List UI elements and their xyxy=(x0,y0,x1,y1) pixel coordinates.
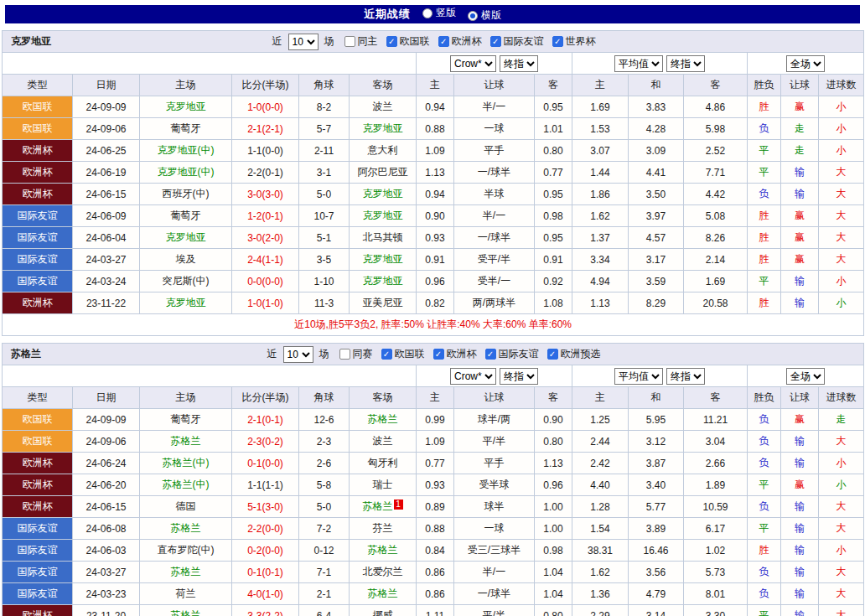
odds-mode-select[interactable]: 终指 xyxy=(500,55,538,72)
handicap-line: 一/球半 xyxy=(454,227,535,249)
handicap-home-odds: 1.11 xyxy=(417,605,454,616)
match-date: 23-11-22 xyxy=(73,292,140,314)
handicap-line: 球半 xyxy=(454,496,535,518)
home-team: 荷兰 xyxy=(140,583,232,605)
column-header: 主场 xyxy=(140,387,232,409)
avg-draw-odds: 3.40 xyxy=(629,474,684,496)
avg-home-odds: 1.28 xyxy=(572,496,629,518)
home-team: 苏格兰 xyxy=(140,431,232,453)
match-row: 欧洲杯24-06-25克罗地亚(中)1-1(0-0)2-11意大利1.09平手0… xyxy=(3,140,864,162)
scope-select[interactable]: 全场 xyxy=(786,368,825,385)
same-filter-checkbox[interactable]: 同主 xyxy=(344,34,378,49)
handicap-away-odds: 0.91 xyxy=(535,249,572,271)
match-type-badge: 欧国联 xyxy=(3,118,73,140)
average-source-select[interactable]: 平均值 xyxy=(614,55,663,72)
results-table: 苏格兰近10场同赛✓欧国联✓欧洲杯✓国际友谊✓欧洲预选Crow*终指平均值终指全… xyxy=(2,343,864,616)
away-team-name: 苏格兰 xyxy=(368,544,398,556)
match-row: 国际友谊24-06-04克罗地亚3-0(2-0)5-1北马其顿0.93一/球半0… xyxy=(3,227,864,249)
away-team: 苏格兰 xyxy=(350,409,417,431)
average-source-select[interactable]: 平均值 xyxy=(614,368,663,385)
score: 0-0(0-0) xyxy=(232,271,299,292)
result-goals: 大 xyxy=(819,583,864,605)
away-team: 挪威 xyxy=(350,605,417,616)
avg-away-odds: 4.86 xyxy=(684,96,748,118)
column-header: 进球数 xyxy=(819,75,864,96)
layout-radio-vertical[interactable]: 竖版 xyxy=(422,6,456,20)
league-filter-checkbox[interactable]: ✓国际友谊 xyxy=(490,34,544,49)
result-handicap: 输 xyxy=(781,431,819,453)
match-row: 欧洲杯23-11-22克罗地亚1-0(1-0)11-3亚美尼亚0.82两/两球半… xyxy=(3,292,864,314)
avg-draw-odds: 3.97 xyxy=(629,205,684,227)
away-team-name: 克罗地亚 xyxy=(363,210,403,221)
radio-icon xyxy=(422,8,432,18)
handicap-away-odds: 0.95 xyxy=(535,96,572,118)
checkbox-label: 世界杯 xyxy=(566,34,596,49)
league-filter-checkbox[interactable]: ✓欧洲预选 xyxy=(547,347,601,361)
average-odds-select-cell: 平均值终指 xyxy=(572,365,748,387)
blank-cell xyxy=(3,365,417,387)
handicap-home-odds: 0.88 xyxy=(417,518,454,540)
column-header: 角球 xyxy=(299,75,350,96)
column-header: 客场 xyxy=(350,387,417,409)
average-mode-select[interactable]: 终指 xyxy=(666,55,705,72)
average-mode-select[interactable]: 终指 xyxy=(666,368,705,385)
result-goals: 大 xyxy=(819,605,864,616)
topbar: 近期战绩 竖版横版 xyxy=(5,5,860,23)
match-date: 24-09-09 xyxy=(73,409,140,431)
away-team: 苏格兰1 xyxy=(350,496,417,518)
avg-home-odds: 2.29 xyxy=(572,605,629,616)
league-filter-checkbox[interactable]: ✓欧洲杯 xyxy=(438,34,482,49)
checkbox-label: 同主 xyxy=(358,34,378,49)
odds-source-select[interactable]: Crow* xyxy=(450,55,496,72)
same-filter-checkbox[interactable]: 同赛 xyxy=(339,347,373,361)
checkbox-label: 同赛 xyxy=(353,347,373,361)
avg-draw-odds: 3.59 xyxy=(629,271,684,292)
avg-draw-odds: 3.12 xyxy=(629,431,684,453)
games-count-select[interactable]: 10 xyxy=(288,34,319,50)
blank-cell xyxy=(3,53,417,75)
odds-mode-select[interactable]: 终指 xyxy=(500,368,538,385)
handicap-away-odds: 0.80 xyxy=(535,605,572,616)
away-team-name: 北马其顿 xyxy=(363,231,403,243)
section-header: 苏格兰近10场同赛✓欧国联✓欧洲杯✓国际友谊✓欧洲预选 xyxy=(4,344,862,365)
avg-home-odds: 4.40 xyxy=(572,474,629,496)
avg-away-odds: 2.14 xyxy=(684,249,748,271)
home-team: 克罗地亚(中) xyxy=(140,162,232,184)
corners: 2-1 xyxy=(299,583,350,605)
checkbox-label: 欧国联 xyxy=(400,34,430,49)
avg-away-odds: 11.21 xyxy=(684,409,748,431)
games-count-select[interactable]: 10 xyxy=(283,346,313,363)
league-filter-checkbox[interactable]: ✓欧国联 xyxy=(386,34,430,49)
handicap-line: 平手 xyxy=(454,453,535,474)
handicap-line: 平/半 xyxy=(454,605,535,616)
match-date: 24-03-23 xyxy=(73,583,140,605)
result-win-loss: 平 xyxy=(748,140,781,162)
away-team-name: 北爱尔兰 xyxy=(363,566,403,577)
match-type-badge: 国际友谊 xyxy=(3,562,73,583)
handicap-home-odds: 1.09 xyxy=(417,431,454,453)
avg-away-odds: 5.73 xyxy=(684,562,748,583)
checkbox-checked-icon: ✓ xyxy=(490,36,501,47)
layout-radio-horizontal[interactable]: 横版 xyxy=(468,8,501,23)
league-filter-checkbox[interactable]: ✓欧国联 xyxy=(381,347,425,361)
result-goals: 小 xyxy=(819,140,864,162)
column-header: 日期 xyxy=(73,387,140,409)
away-team: 克罗地亚 xyxy=(350,184,417,205)
handicap-away-odds: 0.98 xyxy=(535,540,572,562)
league-filter-checkbox[interactable]: ✓国际友谊 xyxy=(485,347,539,361)
column-header-row: 类型日期主场比分(半场)角球客场主让球客主和客胜负让球进球数 xyxy=(3,387,864,409)
result-handicap: 赢 xyxy=(781,205,819,227)
avg-draw-odds: 16.46 xyxy=(629,540,684,562)
match-type-badge: 欧洲杯 xyxy=(3,453,73,474)
match-row: 欧洲杯24-06-15德国5-1(3-0)5-0苏格兰10.89球半1.001.… xyxy=(3,496,864,518)
score: 1-0(0-0) xyxy=(232,96,299,118)
handicap-home-odds: 0.82 xyxy=(417,292,454,314)
league-filter-checkbox[interactable]: ✓世界杯 xyxy=(552,34,596,49)
avg-home-odds: 1.53 xyxy=(572,118,629,140)
match-row: 欧国联24-09-06葡萄牙2-1(2-1)5-7克罗地亚0.88一球1.011… xyxy=(3,118,864,140)
league-filter-checkbox[interactable]: ✓欧洲杯 xyxy=(433,347,477,361)
match-date: 24-06-09 xyxy=(73,205,140,227)
scope-select[interactable]: 全场 xyxy=(786,55,825,72)
odds-source-select[interactable]: Crow* xyxy=(450,368,496,385)
result-goals: 小 xyxy=(819,96,864,118)
